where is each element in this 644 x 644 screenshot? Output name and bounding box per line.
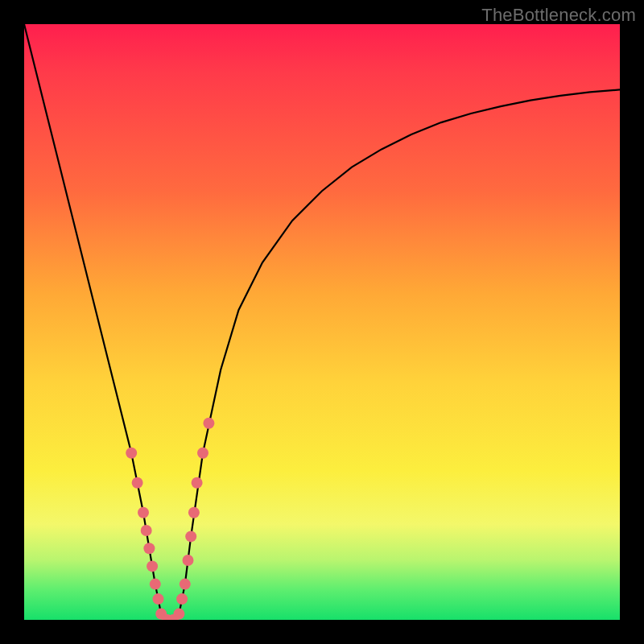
marker-point — [192, 477, 203, 489]
marker-point — [147, 560, 158, 572]
marker-point — [138, 507, 149, 518]
marker-point — [141, 525, 152, 536]
marker-point — [188, 507, 200, 518]
marker-point — [143, 543, 155, 554]
marker-point — [183, 555, 194, 566]
marker-point — [150, 579, 161, 590]
marker-point — [203, 418, 214, 429]
marker-point — [180, 579, 191, 590]
marker-point — [176, 593, 188, 605]
marker-point — [132, 477, 143, 489]
watermark-text: TheBottleneck.com — [481, 5, 636, 26]
marker-point — [173, 609, 184, 620]
marker-point — [197, 448, 208, 459]
bottleneck-curve — [24, 24, 620, 620]
marker-point — [185, 530, 196, 542]
marker-point — [153, 593, 164, 605]
curve-svg — [24, 24, 620, 620]
highlighted-points — [126, 418, 214, 620]
chart-frame: TheBottleneck.com — [0, 0, 644, 644]
plot-area — [24, 24, 620, 620]
marker-point — [126, 448, 137, 459]
